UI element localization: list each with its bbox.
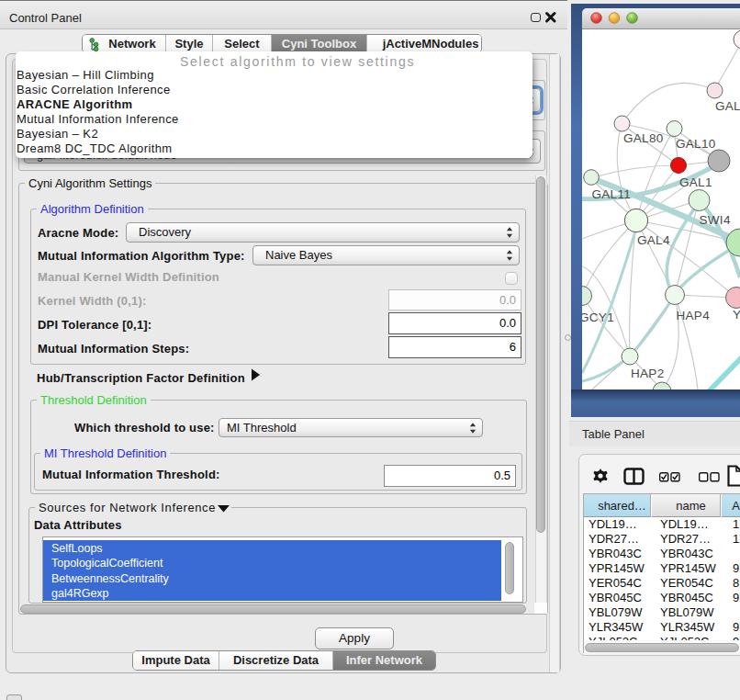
svg-text:SWI4: SWI4: [700, 213, 731, 227]
svg-text:GAL11: GAL11: [592, 187, 632, 201]
svg-text:GAL7: GAL7: [715, 99, 740, 113]
svg-text:GCY1: GCY1: [582, 310, 614, 324]
svg-text:GAL4: GAL4: [637, 233, 670, 247]
svg-text:Y: Y: [733, 308, 740, 322]
svg-text:GAL10: GAL10: [676, 137, 716, 151]
svg-text:HAP2: HAP2: [631, 367, 664, 380]
svg-text:GAL80: GAL80: [623, 131, 664, 145]
svg-text:HAP4: HAP4: [677, 309, 711, 322]
svg-text:GAL1: GAL1: [679, 175, 712, 189]
